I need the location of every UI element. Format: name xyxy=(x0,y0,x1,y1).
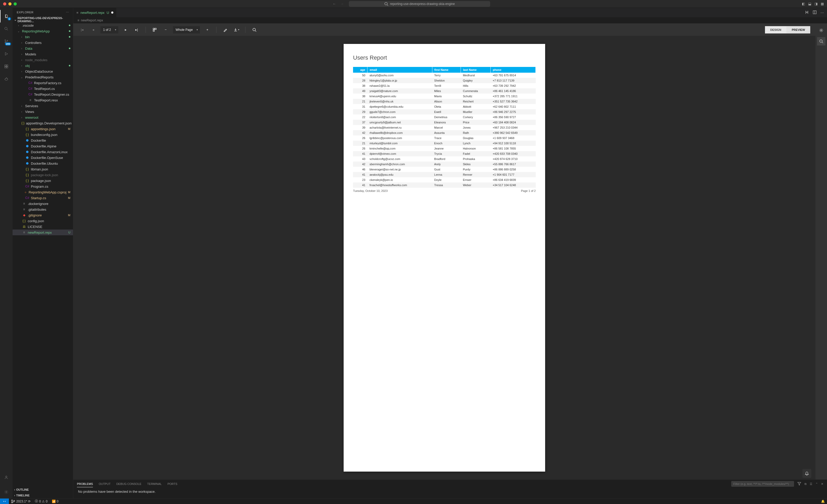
tree-item[interactable]: ⬢Dockerfile xyxy=(12,137,73,143)
tree-item[interactable]: ◆.gitignoreM xyxy=(12,212,73,218)
viewer-canvas[interactable]: Users Report ageemailfirst Namelast Name… xyxy=(73,36,816,480)
layout-customize-icon[interactable]: ▦ xyxy=(821,2,824,6)
notifications-button[interactable] xyxy=(802,469,811,478)
panel-tab-output[interactable]: OUTPUT xyxy=(99,481,110,487)
panel-tab-terminal[interactable]: TERMINAL xyxy=(147,481,162,487)
tree-item[interactable]: ›Views xyxy=(12,109,73,114)
activity-accounts[interactable] xyxy=(0,471,12,484)
tree-item[interactable]: ›.vscode xyxy=(12,22,73,28)
layout-sidebar-right-icon[interactable]: ◨ xyxy=(815,2,818,6)
activity-search[interactable] xyxy=(0,22,12,35)
panel-close-icon[interactable]: ✕ xyxy=(821,482,823,486)
tab-newreport[interactable]: ≡ newReport.repx U xyxy=(73,8,117,17)
view-as-tree-icon[interactable]: ☰ xyxy=(810,482,812,486)
search-report-button[interactable] xyxy=(251,26,258,34)
zoom-in-button[interactable]: + xyxy=(204,26,211,34)
tree-item[interactable]: ⟐ReportingWebApp.csprojM xyxy=(12,189,73,195)
problems-status[interactable]: ⓧ0 ⚠0 xyxy=(33,499,49,503)
tree-item[interactable]: ›Data xyxy=(12,46,73,51)
tree-item[interactable]: C#Startup.csM xyxy=(12,195,73,201)
zoom-out-button[interactable]: − xyxy=(162,26,169,34)
tree-item[interactable]: ⬢Dockerfile.AmazonLinux xyxy=(12,149,73,155)
last-page-button[interactable]: ▸| xyxy=(133,26,140,34)
panel-tab-debug-console[interactable]: DEBUG CONSOLE xyxy=(116,481,141,487)
tree-item[interactable]: { }bundleconfig.json xyxy=(12,132,73,137)
compare-changes-icon[interactable] xyxy=(805,10,809,15)
tree-item[interactable]: ⬢Dockerfile.Alpine xyxy=(12,143,73,149)
layout-panel-icon[interactable]: ⬓ xyxy=(808,2,811,6)
explorer-section-header[interactable]: ⌄ REPORTING-USE-DEVEXPRESS-DRAWING... xyxy=(12,17,73,22)
minimize-window[interactable] xyxy=(8,2,11,5)
tree-item[interactable]: { }package.json xyxy=(12,178,73,183)
highlight-button[interactable] xyxy=(222,26,229,34)
activity-extensions[interactable] xyxy=(0,60,12,73)
activity-run-debug[interactable] xyxy=(0,48,12,60)
next-page-button[interactable]: ▸ xyxy=(122,26,129,34)
tree-item[interactable]: C#ReportsFactory.cs xyxy=(12,80,73,86)
nav-forward[interactable]: → xyxy=(340,2,344,6)
viewer-search-icon[interactable] xyxy=(817,37,825,46)
design-mode-tab[interactable]: DESIGN xyxy=(765,26,786,34)
multipage-button[interactable] xyxy=(151,26,158,34)
remote-button[interactable] xyxy=(0,499,9,504)
feedback-button[interactable]: 🔔 xyxy=(819,500,827,503)
prev-page-button[interactable]: ◂ xyxy=(90,26,97,34)
activity-explorer[interactable]: 1 xyxy=(0,10,12,22)
tree-item[interactable]: ›ObjectDataSource xyxy=(12,68,73,74)
first-page-button[interactable]: |◂ xyxy=(79,26,86,34)
sidebar-more-icon[interactable]: ⋯ xyxy=(66,11,69,14)
more-actions-icon[interactable]: ⋯ xyxy=(821,11,824,15)
export-button[interactable]: ▾ xyxy=(233,26,240,34)
viewer-settings-icon[interactable] xyxy=(817,26,825,35)
command-center[interactable]: reporting-use-devexpress-drawing-skia-en… xyxy=(349,1,490,7)
tree-item[interactable]: { }appsettings.Development.json xyxy=(12,120,73,126)
filter-icon[interactable] xyxy=(797,482,801,486)
problems-filter-input[interactable] xyxy=(731,481,794,487)
page-selector[interactable]: 1 of 2 xyxy=(100,26,118,34)
layout-sidebar-left-icon[interactable]: ◧ xyxy=(802,2,805,6)
collapse-all-icon[interactable]: ⧉ xyxy=(805,482,807,486)
table-cell: vcholdcroftg@ucoz.com xyxy=(368,156,432,162)
tree-item[interactable]: ≡TestReport.resx xyxy=(12,97,73,103)
panel-tab-problems[interactable]: PROBLEMS xyxy=(77,481,93,487)
tree-item[interactable]: { }libman.json xyxy=(12,166,73,172)
tree-item[interactable]: ⬢Dockerfile.OpenSuse xyxy=(12,155,73,161)
split-editor-icon[interactable] xyxy=(813,10,817,15)
outline-section[interactable]: › OUTLINE xyxy=(12,487,73,493)
zoom-selector[interactable]: Whole Page xyxy=(173,26,200,34)
tree-item[interactable]: { }package-lock.json xyxy=(12,172,73,178)
tree-item[interactable]: ›bin xyxy=(12,34,73,40)
tree-item[interactable]: ›Services xyxy=(12,103,73,109)
tree-item[interactable]: ⬢Dockerfile.Ubuntu xyxy=(12,161,73,166)
tree-item[interactable]: C#TestReport.cs xyxy=(12,86,73,92)
tree-item[interactable]: ≡newReport.repxU xyxy=(12,229,73,235)
tree-item[interactable]: C#Program.cs xyxy=(12,183,73,189)
tree-item[interactable]: ›Controllers xyxy=(12,40,73,46)
panel-maximize-icon[interactable]: ⌃ xyxy=(816,482,818,486)
activity-source-control[interactable]: 209 xyxy=(0,35,12,48)
activity-docker[interactable] xyxy=(0,73,12,85)
tree-item[interactable]: ›Models xyxy=(12,51,73,57)
tree-item[interactable]: ≡.dockerignore xyxy=(12,201,73,207)
tree-item[interactable]: ≡.gitattributes xyxy=(12,207,73,212)
branch-status[interactable]: 2023.1* ⟳ xyxy=(9,499,33,503)
activity-settings[interactable] xyxy=(0,486,12,498)
explorer-badge: 1 xyxy=(8,17,11,20)
tree-item[interactable]: ›wwwroot xyxy=(12,114,73,120)
nav-back[interactable]: ← xyxy=(333,2,336,6)
breadcrumb[interactable]: ≡ newReport.repx xyxy=(73,17,827,23)
maximize-window[interactable] xyxy=(14,2,17,5)
tree-item[interactable]: ›node_modules xyxy=(12,57,73,63)
preview-mode-tab[interactable]: PREVIEW xyxy=(786,26,810,34)
panel-tab-ports[interactable]: PORTS xyxy=(167,481,178,487)
close-window[interactable] xyxy=(3,2,6,5)
ports-status[interactable]: 📶0 xyxy=(50,500,61,503)
timeline-section[interactable]: › TIMELINE xyxy=(12,493,73,498)
tree-item[interactable]: ›obj xyxy=(12,63,73,68)
tree-item[interactable]: { }config.json xyxy=(12,218,73,224)
tree-item[interactable]: ⌄ReportingWebApp xyxy=(12,28,73,34)
tree-item[interactable]: C#TestReport.Designer.cs xyxy=(12,92,73,97)
tree-item[interactable]: ⚖LICENSE xyxy=(12,224,73,229)
tree-item[interactable]: ⌄PredefinedReports xyxy=(12,74,73,80)
tree-item[interactable]: { }appsettings.jsonM xyxy=(12,126,73,132)
